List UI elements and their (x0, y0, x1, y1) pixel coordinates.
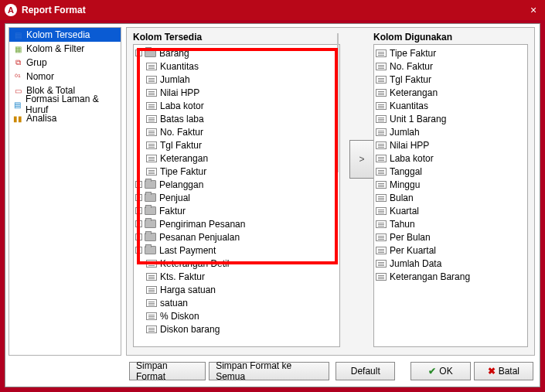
used-item[interactable]: Unit 1 Barang (376, 112, 526, 125)
folder-icon (145, 220, 156, 228)
tree-item[interactable]: +Pengiriman Pesanan (135, 217, 338, 230)
tree-item[interactable]: Batas laba (135, 112, 338, 125)
used-item[interactable]: Jumlah (376, 125, 526, 138)
tree-item[interactable]: Keterangan Detil (135, 257, 338, 270)
tree-item[interactable]: Diskon barang (135, 322, 338, 336)
field-icon (146, 63, 157, 70)
scrollbar[interactable] (337, 44, 339, 172)
folder-icon (145, 246, 156, 254)
tree-item[interactable]: Keterangan (135, 152, 338, 165)
sidebar-item-formasi-laman[interactable]: ▤ Formasi Laman & Huruf (9, 97, 121, 111)
tree-item-label: Diskon barang (160, 324, 220, 335)
list-icon: ▤ (12, 29, 23, 40)
tree-item-label: Pengiriman Pesanan (159, 219, 245, 230)
used-item[interactable]: Minggu (376, 178, 526, 191)
used-item-label: Tanggal (390, 166, 422, 177)
used-item-label: Tgl Faktur (390, 74, 431, 85)
used-item[interactable]: Per Kuartal (376, 244, 526, 257)
tree-item[interactable]: Kuantitas (135, 60, 338, 73)
tree-item[interactable]: Tipe Faktur (135, 165, 338, 178)
tree-item-label: Tipe Faktur (160, 166, 206, 177)
field-icon (376, 260, 387, 268)
move-right-button[interactable]: > (349, 140, 374, 179)
ok-button[interactable]: ✔OK (410, 362, 470, 380)
used-item-label: Jumlah (390, 127, 420, 138)
field-icon (146, 326, 157, 333)
sidebar-item-kolom-filter[interactable]: ▦ Kolom & Filter (9, 42, 121, 56)
available-columns-panel: Kolom Tersedia -BarangKuantitasJumlahNil… (133, 32, 340, 349)
folder-icon (145, 193, 156, 202)
sidebar-item-kolom-tersedia[interactable]: ▤ Kolom Tersedia (9, 28, 121, 42)
used-item[interactable]: Bulan (376, 191, 526, 204)
main-panel: Kolom Tersedia -BarangKuantitasJumlahNil… (126, 27, 535, 356)
field-icon (146, 168, 157, 176)
field-icon (146, 115, 157, 123)
used-item[interactable]: Keterangan (376, 86, 526, 99)
used-item[interactable]: Tgl Faktur (376, 73, 526, 86)
tree-item[interactable]: satuan (135, 296, 338, 309)
used-columns-list[interactable]: Tipe FakturNo. FakturTgl FakturKeteranga… (373, 44, 528, 347)
field-icon (146, 155, 157, 162)
tree-item[interactable]: +Faktur (135, 204, 338, 217)
sidebar-item-label: Nomor (26, 71, 54, 82)
field-icon (146, 128, 157, 136)
available-columns-list[interactable]: -BarangKuantitasJumlahNilai HPPLaba koto… (133, 44, 340, 347)
expander-icon[interactable]: + (135, 220, 142, 227)
number-icon: ⁰¹ (12, 71, 23, 82)
tree-item[interactable]: Tgl Faktur (135, 138, 338, 152)
tree-item[interactable]: % Diskon (135, 309, 338, 322)
used-item[interactable]: Nilai HPP (376, 138, 526, 152)
sidebar-item-grup[interactable]: ⧉ Grup (9, 56, 121, 70)
used-item[interactable]: Kuartal (376, 204, 526, 217)
used-item-label: Tahun (390, 219, 415, 230)
tree-item-label: Pelanggan (159, 179, 203, 190)
tree-item-label: % Diskon (160, 311, 199, 322)
used-item[interactable]: Tahun (376, 217, 526, 230)
used-item[interactable]: Laba kotor (376, 152, 526, 165)
expander-icon[interactable]: + (135, 194, 142, 201)
sidebar-item-nomor[interactable]: ⁰¹ Nomor (9, 70, 121, 84)
close-button[interactable]: × (526, 3, 540, 17)
tree-item[interactable]: Nilai HPP (135, 86, 338, 99)
tree-item-label: Jumlah (160, 74, 190, 85)
cancel-button[interactable]: ✖Batal (474, 362, 533, 380)
expander-icon[interactable]: - (135, 49, 142, 56)
sidebar-item-label: Formasi Laman & Huruf (26, 94, 118, 115)
expander-icon[interactable]: + (135, 247, 142, 254)
used-item[interactable]: Keterangan Barang (376, 270, 526, 283)
tree-item[interactable]: +Penjual (135, 191, 338, 204)
tree-item[interactable]: No. Faktur (135, 125, 338, 138)
used-item[interactable]: Per Bulan (376, 230, 526, 244)
tree-item[interactable]: Jumlah (135, 73, 338, 86)
field-icon (376, 247, 387, 254)
folder-icon (145, 233, 156, 241)
tree-item-label: Keterangan (160, 153, 208, 164)
used-item[interactable]: Tanggal (376, 165, 526, 178)
used-item[interactable]: Kuantitas (376, 99, 526, 112)
sidebar-item-label: Kolom Tersedia (26, 29, 90, 40)
used-item[interactable]: Jumlah Data (376, 257, 526, 270)
tree-item[interactable]: +Last Payment (135, 244, 338, 257)
tree-item[interactable]: +Pesanan Penjualan (135, 230, 338, 244)
page-icon: ▤ (12, 99, 22, 110)
expander-icon[interactable]: + (135, 181, 142, 188)
field-icon (376, 207, 387, 215)
tree-item[interactable]: -Barang (135, 46, 338, 60)
default-button[interactable]: Default (336, 362, 395, 380)
save-format-all-button[interactable]: Simpan Format ke Semua (209, 362, 329, 380)
expander-icon[interactable]: + (135, 207, 142, 214)
tree-item[interactable]: +Pelanggan (135, 178, 338, 191)
field-icon (146, 102, 157, 110)
expander-icon[interactable]: + (135, 233, 142, 240)
tree-item-label: Laba kotor (160, 101, 204, 111)
tree-item[interactable]: Kts. Faktur (135, 270, 338, 283)
save-format-button[interactable]: Simpan Format (129, 362, 206, 380)
used-item[interactable]: No. Faktur (376, 60, 526, 73)
field-icon (376, 49, 387, 57)
tree-item[interactable]: Harga satuan (135, 283, 338, 296)
used-item-label: Per Kuartal (390, 245, 436, 256)
chart-icon: ▮▮ (12, 113, 23, 124)
tree-item[interactable]: Laba kotor (135, 99, 338, 112)
used-item[interactable]: Tipe Faktur (376, 46, 526, 60)
used-columns-title: Kolom Digunakan (373, 32, 528, 43)
